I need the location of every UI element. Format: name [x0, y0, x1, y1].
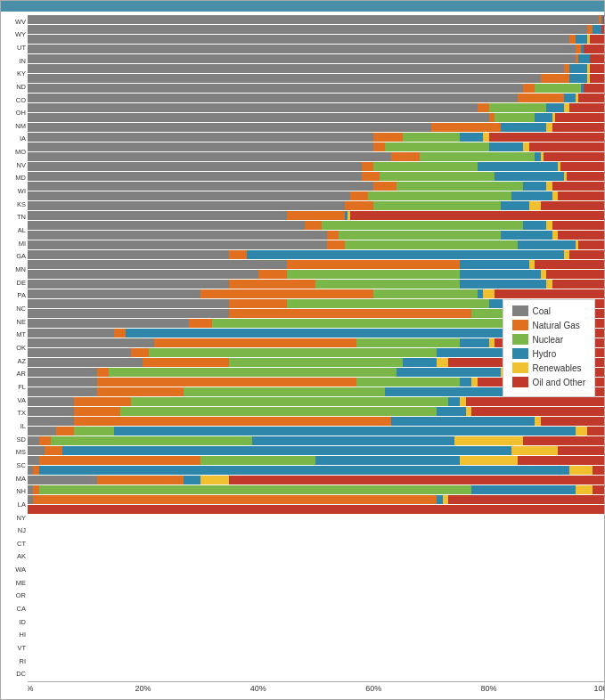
- bar-segment: [28, 231, 327, 240]
- bar-segment: [373, 142, 385, 151]
- y-label: VT: [6, 644, 26, 653]
- bar-segment: [460, 338, 488, 347]
- bar-segment: [287, 270, 460, 279]
- bar-segment: [501, 231, 552, 240]
- bar-row: [28, 201, 604, 210]
- bar-row: [28, 142, 604, 151]
- y-label: MN: [6, 265, 26, 274]
- bar-segment: [28, 397, 74, 406]
- bar-segment: [327, 240, 344, 249]
- bar-segment: [28, 133, 373, 142]
- bar-segment: [97, 476, 184, 484]
- bar-segment: [523, 436, 604, 445]
- bar-segment: [28, 260, 287, 269]
- bar-segment: [200, 456, 315, 465]
- bar-segment: [28, 172, 362, 181]
- bar-segment: [569, 250, 604, 259]
- bar-segment: [345, 201, 373, 210]
- bar-segment: [584, 84, 604, 93]
- y-label: AZ: [6, 356, 26, 365]
- chart-title-block: [10, 6, 595, 8]
- bar-segment: [212, 319, 518, 328]
- bar-segment: [555, 113, 604, 122]
- bar-segment: [593, 466, 604, 475]
- y-label: MI: [6, 239, 26, 248]
- legend: CoalNatural GasNuclearHydroRenewablesOil…: [503, 299, 595, 397]
- bar-segment: [28, 45, 576, 53]
- bar-segment: [397, 368, 500, 377]
- y-label: CT: [6, 540, 26, 549]
- bar-segment: [97, 378, 356, 387]
- chart-container: WVWYUTINKYNDCOOHNMIAMONVMDWIKSTNALMIGAMN…: [0, 0, 605, 700]
- y-label: TN: [6, 213, 26, 222]
- y-label: GA: [6, 252, 26, 261]
- bar-segment: [28, 407, 74, 416]
- y-label: MS: [6, 448, 26, 457]
- bar-segment: [28, 162, 362, 171]
- bar-segment: [28, 250, 229, 259]
- y-label: MO: [6, 148, 26, 157]
- legend-color-box: [512, 362, 528, 373]
- bar-segment: [454, 436, 524, 445]
- bar-segment: [28, 15, 599, 24]
- y-axis: WVWYUTINKYNDCOOHNMIAMONVMDWIKSTNALMIGAMN…: [1, 15, 28, 697]
- bar-segment: [601, 25, 604, 34]
- y-label: HI: [6, 631, 26, 639]
- bar-segment: [541, 417, 604, 426]
- bar-segment: [546, 270, 604, 279]
- legend-color-box: [512, 334, 528, 345]
- bar-segment: [28, 299, 229, 308]
- bar-segment: [546, 103, 563, 112]
- bar-segment: [74, 397, 132, 406]
- bar-row: [28, 407, 604, 416]
- bar-segment: [56, 427, 73, 435]
- bar-segment: [385, 142, 488, 151]
- x-tick-label: 20%: [135, 684, 151, 693]
- bar-segment: [28, 64, 564, 73]
- bar-segment: [569, 74, 586, 83]
- bar-row: [28, 35, 604, 44]
- bar-segment: [131, 397, 448, 406]
- bar-segment: [28, 280, 229, 289]
- bar-segment: [62, 446, 512, 455]
- bar-segment: [287, 211, 345, 220]
- bar-segment: [552, 221, 604, 230]
- bar-row: [28, 446, 604, 455]
- bar-row: [28, 427, 604, 435]
- y-label: CA: [6, 605, 26, 614]
- legend-label: Oil and Other: [533, 378, 585, 387]
- bar-row: [28, 221, 604, 230]
- legend-label: Natural Gas: [533, 321, 580, 330]
- bar-segment: [28, 270, 258, 279]
- bar-segment: [362, 172, 379, 181]
- y-label: ME: [6, 579, 26, 588]
- bar-row: [28, 280, 604, 289]
- bars-area: CoalNatural GasNuclearHydroRenewablesOil…: [28, 15, 604, 681]
- y-label: OR: [6, 591, 26, 600]
- bar-segment: [39, 436, 51, 445]
- x-tick-label: 100%: [593, 684, 604, 693]
- bar-segment: [511, 446, 558, 455]
- bar-row: [28, 240, 604, 249]
- bar-segment: [51, 436, 252, 445]
- bar-segment: [33, 495, 437, 504]
- chart-right: CoalNatural GasNuclearHydroRenewablesOil…: [28, 15, 604, 697]
- bar-segment: [322, 221, 523, 230]
- bar-segment: [120, 407, 437, 416]
- bar-segment: [523, 84, 535, 93]
- bar-segment: [380, 172, 495, 181]
- bar-segment: [229, 280, 315, 289]
- bar-segment: [495, 289, 604, 298]
- bar-segment: [114, 329, 126, 338]
- bar-segment: [252, 436, 454, 445]
- bar-segment: [460, 378, 471, 387]
- bar-segment: [143, 358, 229, 367]
- bar-row: [28, 123, 604, 132]
- y-label: IL: [6, 422, 26, 431]
- bar-segment: [437, 358, 448, 367]
- bar-segment: [373, 289, 477, 298]
- bar-segment: [154, 338, 356, 347]
- bar-segment: [97, 368, 109, 377]
- y-label: AR: [6, 370, 26, 378]
- bar-segment: [523, 182, 546, 191]
